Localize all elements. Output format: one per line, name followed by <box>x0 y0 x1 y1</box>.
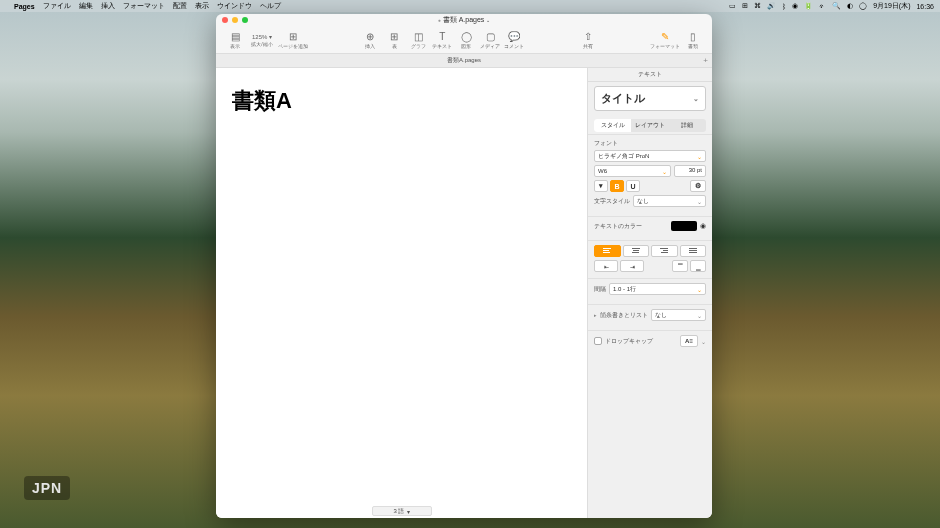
insert-button[interactable]: ⊕挿入 <box>359 31 381 49</box>
user-icon[interactable]: ◉ <box>792 2 798 10</box>
char-style-select[interactable]: なし⌄ <box>633 195 706 207</box>
underline-button[interactable]: U <box>626 180 640 192</box>
volume-icon[interactable]: 🔊 <box>767 2 776 10</box>
new-tab-button[interactable]: + <box>703 56 708 65</box>
align-center-button[interactable] <box>623 245 650 257</box>
font-label: フォント <box>594 139 706 148</box>
spacing-label: 間隔 <box>594 285 606 294</box>
chevron-down-icon[interactable]: ⌄ <box>701 338 706 345</box>
bullets-label: 箇条書きとリスト <box>600 311 648 320</box>
menu-window[interactable]: ウインドウ <box>217 1 252 11</box>
font-style-menu[interactable]: ▾ <box>594 180 608 192</box>
shape-button[interactable]: ◯図形 <box>455 31 477 49</box>
text-color-swatch[interactable] <box>671 221 697 231</box>
menu-view[interactable]: 表示 <box>195 1 209 11</box>
addpage-button[interactable]: ⊞ページを追加 <box>278 31 308 49</box>
control-center-icon[interactable]: ◐ <box>847 2 853 10</box>
sidebar-header: テキスト <box>588 68 712 82</box>
valign-top-button[interactable]: ▔ <box>672 260 688 272</box>
line-spacing-select[interactable]: 1.0 - 1行⌄ <box>609 283 706 295</box>
font-family-select[interactable]: ヒラギノ角ゴ ProN⌄ <box>594 150 706 162</box>
text-button[interactable]: Tテキスト <box>431 31 453 49</box>
gear-icon[interactable]: ⚙ <box>690 180 706 192</box>
align-left-button[interactable] <box>594 245 621 257</box>
align-justify-button[interactable] <box>680 245 707 257</box>
paragraph-style-select[interactable]: タイトル⌄ <box>594 86 706 111</box>
page-canvas[interactable]: 書類A 3 語▾ <box>216 68 587 518</box>
word-count[interactable]: 3 語▾ <box>372 506 432 516</box>
format-button[interactable]: ✎フォーマット <box>650 31 680 49</box>
chart-button[interactable]: ◫グラフ <box>407 31 429 49</box>
valign-bottom-button[interactable]: ▁ <box>690 260 706 272</box>
siri-icon[interactable]: ◯ <box>859 2 867 10</box>
dropcap-label: ドロップキャップ <box>605 337 677 346</box>
menu-edit[interactable]: 編集 <box>79 1 93 11</box>
status-icon[interactable]: ▭ <box>729 2 736 10</box>
indent-decrease-button[interactable]: ⇤ <box>594 260 618 272</box>
tab-more[interactable]: 詳細 <box>669 119 706 132</box>
toolbar: ▤表示 125% ▾拡大/縮小 ⊞ページを追加 ⊕挿入 ⊞表 ◫グラフ Tテキス… <box>216 26 712 54</box>
status-icon[interactable]: ⊞ <box>742 2 748 10</box>
window-title: 書類 A.pages <box>443 15 485 25</box>
menu-insert[interactable]: 挿入 <box>101 1 115 11</box>
text-color-label: テキストのカラー <box>594 222 668 231</box>
dropcap-checkbox[interactable] <box>594 337 602 345</box>
pages-window: ●書類 A.pages⌄ ▤表示 125% ▾拡大/縮小 ⊞ページを追加 ⊕挿入… <box>216 14 712 518</box>
bold-button[interactable]: B <box>610 180 624 192</box>
align-right-button[interactable] <box>651 245 678 257</box>
menu-file[interactable]: ファイル <box>43 1 71 11</box>
view-button[interactable]: ▤表示 <box>224 31 246 49</box>
menubar: Pages ファイル 編集 挿入 フォーマット 配置 表示 ウインドウ ヘルプ … <box>0 0 940 12</box>
zoom-select[interactable]: 125% ▾拡大/縮小 <box>248 33 276 47</box>
font-size-field[interactable]: 30 pt <box>674 165 706 177</box>
tabbar: 書類A.pages + <box>216 54 712 68</box>
bluetooth-icon[interactable]: ᛒ <box>782 3 786 10</box>
wifi-icon[interactable]: ᯤ <box>819 3 826 10</box>
char-style-label: 文字スタイル <box>594 197 630 206</box>
menu-help[interactable]: ヘルプ <box>260 1 281 11</box>
search-icon[interactable]: 🔍 <box>832 2 841 10</box>
format-sidebar: テキスト タイトル⌄ スタイル レイアウト 詳細 フォント ヒラギノ角ゴ Pro… <box>587 68 712 518</box>
color-picker-icon[interactable]: ◉ <box>700 222 706 230</box>
app-name[interactable]: Pages <box>14 3 35 10</box>
document-button[interactable]: ▯書類 <box>682 31 704 49</box>
bullets-select[interactable]: なし⌄ <box>651 309 706 321</box>
menu-format[interactable]: フォーマット <box>123 1 165 11</box>
status-icon[interactable]: ⌘ <box>754 2 761 10</box>
close-button[interactable] <box>222 17 228 23</box>
comment-button[interactable]: 💬コメント <box>503 31 525 49</box>
zoom-button[interactable] <box>242 17 248 23</box>
chevron-right-icon[interactable]: ▸ <box>594 312 597 318</box>
indent-increase-button[interactable]: ⇥ <box>620 260 644 272</box>
font-weight-select[interactable]: W6⌄ <box>594 165 671 177</box>
tab-style[interactable]: スタイル <box>594 119 631 132</box>
dropcap-style-button[interactable]: A≡ <box>680 335 698 347</box>
menubar-time[interactable]: 16:36 <box>916 3 934 10</box>
document-tab[interactable]: 書類A.pages <box>447 56 481 65</box>
battery-icon[interactable]: 🔋 <box>804 2 813 10</box>
titlebar: ●書類 A.pages⌄ <box>216 14 712 26</box>
minimize-button[interactable] <box>232 17 238 23</box>
menubar-date[interactable]: 9月19日(木) <box>873 1 910 11</box>
table-button[interactable]: ⊞表 <box>383 31 405 49</box>
menu-arrange[interactable]: 配置 <box>173 1 187 11</box>
input-source-overlay: JPN <box>24 476 70 500</box>
tab-layout[interactable]: レイアウト <box>631 119 668 132</box>
media-button[interactable]: ▢メディア <box>479 31 501 49</box>
sidebar-tabs: スタイル レイアウト 詳細 <box>594 119 706 132</box>
document-title-text[interactable]: 書類A <box>232 86 575 116</box>
share-button[interactable]: ⇧共有 <box>577 31 599 49</box>
